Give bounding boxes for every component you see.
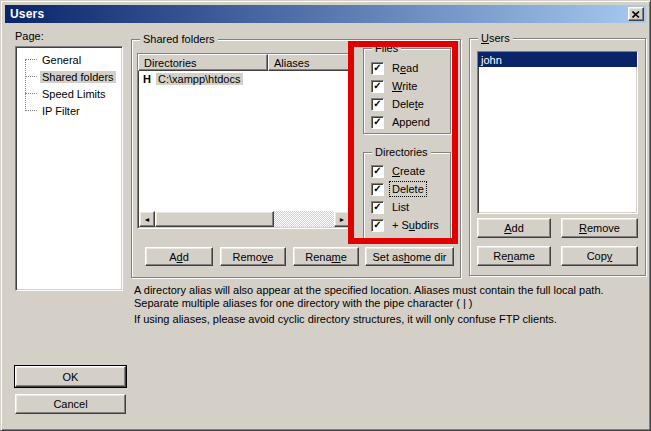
left-arrow-icon: ◄ <box>144 216 151 223</box>
files-group-label: Files <box>372 42 401 54</box>
tree-branch-line <box>25 76 37 77</box>
add-button[interactable]: Add <box>477 218 551 238</box>
users-list[interactable]: john <box>477 51 638 214</box>
checkmark-icon: ✓ <box>371 165 384 178</box>
tree-item-label: IP Filter <box>40 105 82 117</box>
scroll-left-button[interactable]: ◄ <box>139 211 155 227</box>
checkbox-append[interactable]: ✓Append <box>371 115 432 129</box>
add-button[interactable]: Add <box>145 247 213 266</box>
checkbox-subdirs[interactable]: ✓+ Subdirs <box>371 218 441 232</box>
rename-button[interactable]: Rename <box>477 246 551 266</box>
scrollbar-track[interactable] <box>274 211 334 227</box>
checkmark-icon: ✓ <box>371 183 384 196</box>
tree-branch-line <box>25 110 37 111</box>
shared-folder-row[interactable]: HC:\xampp\htdocs <box>138 71 351 87</box>
users-group-label: Users <box>478 32 513 44</box>
tree-item-speed-limits[interactable]: Speed Limits <box>16 85 122 102</box>
home-dir-marker: H <box>143 73 151 85</box>
alias-note: A directory alias will also appear at th… <box>134 284 642 310</box>
user-row[interactable]: john <box>478 52 637 67</box>
cancel-button[interactable]: Cancel <box>15 394 126 414</box>
users-dialog: Users Page: GeneralShared foldersSpeed L… <box>0 0 651 431</box>
remove-button[interactable]: Remove <box>561 218 638 238</box>
tree-item-shared-folders[interactable]: Shared folders <box>16 68 122 85</box>
tree-item-ip-filter[interactable]: IP Filter <box>16 102 122 119</box>
checkbox-list[interactable]: ✓List <box>371 200 411 214</box>
shared-folders-group-label: Shared folders <box>140 33 218 45</box>
right-arrow-icon: ► <box>339 216 346 223</box>
column-header-aliases[interactable]: Aliases <box>268 54 351 71</box>
close-button[interactable] <box>628 7 644 21</box>
tree-item-label: Shared folders <box>40 71 116 83</box>
checkmark-icon: ✓ <box>371 201 384 214</box>
cyclic-note: If using aliases, please avoid cyclic di… <box>134 313 642 326</box>
checkbox-create[interactable]: ✓Create <box>371 164 427 178</box>
checkbox-label: Delete <box>390 97 426 111</box>
ok-button[interactable]: OK <box>15 366 126 387</box>
checkbox-label: Write <box>390 79 419 93</box>
horizontal-scrollbar[interactable]: ◄ ► <box>139 211 350 227</box>
remove-button[interactable]: Remove <box>220 247 286 266</box>
tree-item-label: General <box>40 54 83 66</box>
shared-folders-list[interactable]: DirectoriesAliases HC:\xampp\htdocs ◄ ► <box>137 53 352 229</box>
scrollbar-thumb[interactable] <box>155 211 274 227</box>
checkbox-label: Delete <box>390 182 426 196</box>
checkmark-icon: ✓ <box>371 98 384 111</box>
checkmark-icon: ✓ <box>371 62 384 75</box>
checkbox-delete[interactable]: ✓Delete <box>371 97 426 111</box>
tree-branch-line <box>25 59 37 60</box>
checkbox-label: Append <box>390 115 432 129</box>
checkbox-write[interactable]: ✓Write <box>371 79 419 93</box>
tree-branch-line <box>25 93 37 94</box>
checkmark-icon: ✓ <box>371 219 384 232</box>
scroll-right-button[interactable]: ► <box>334 211 350 227</box>
tree-item-label: Speed Limits <box>40 88 108 100</box>
checkmark-icon: ✓ <box>371 80 384 93</box>
checkbox-label: Read <box>390 61 420 75</box>
close-icon <box>632 11 640 18</box>
directories-group-label: Directories <box>372 146 431 158</box>
window-title: Users <box>10 7 44 21</box>
set-as-home-dir-button[interactable]: Set as home dir <box>365 247 454 266</box>
page-tree[interactable]: GeneralShared foldersSpeed LimitsIP Filt… <box>15 46 123 291</box>
page-label: Page: <box>15 30 44 42</box>
checkbox-label: List <box>390 200 411 214</box>
checkbox-label: Create <box>390 164 427 178</box>
rename-button[interactable]: Rename <box>293 247 359 266</box>
checkbox-label: + Subdirs <box>390 218 441 232</box>
checkbox-delete[interactable]: ✓Delete <box>371 182 426 196</box>
copy-button[interactable]: Copy <box>561 246 638 266</box>
title-bar[interactable]: Users <box>5 5 646 23</box>
column-header-directories[interactable]: Directories <box>138 54 268 71</box>
checkmark-icon: ✓ <box>371 116 384 129</box>
checkbox-read[interactable]: ✓Read <box>371 61 420 75</box>
directory-path: C:\xampp\htdocs <box>156 73 243 85</box>
tree-item-general[interactable]: General <box>16 51 122 68</box>
